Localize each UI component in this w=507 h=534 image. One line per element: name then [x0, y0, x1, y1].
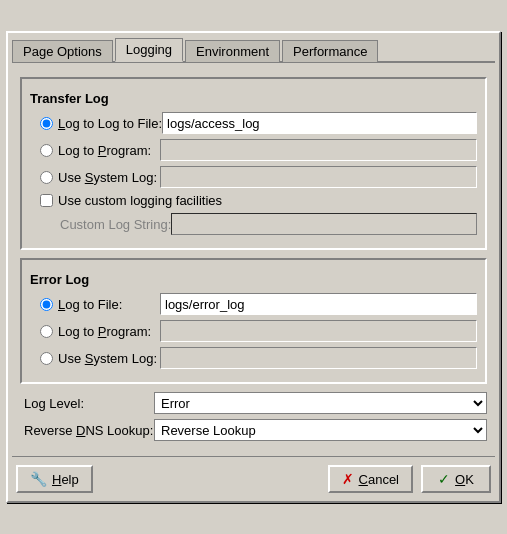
- error-use-system-log-row: Use System Log:: [30, 347, 477, 369]
- transfer-log-to-program-input[interactable]: [160, 139, 477, 161]
- tab-logging[interactable]: Logging: [115, 38, 183, 62]
- cancel-label: Cancel: [359, 472, 399, 487]
- tab-bar: Page Options Logging Environment Perform…: [12, 37, 495, 63]
- error-log-to-program-row: Log to Program:: [30, 320, 477, 342]
- ok-button[interactable]: ✓ OK: [421, 465, 491, 493]
- error-log-section: Error Log Log to File: Log to Program:: [20, 258, 487, 384]
- transfer-use-system-log-input[interactable]: [160, 166, 477, 188]
- transfer-use-system-log-row: Use System Log:: [30, 166, 477, 188]
- error-log-to-file-input[interactable]: [160, 293, 477, 315]
- error-log-to-program-input[interactable]: [160, 320, 477, 342]
- use-custom-logging-checkbox[interactable]: [40, 194, 53, 207]
- use-custom-logging-row: Use custom logging facilities: [30, 193, 477, 208]
- transfer-log-to-file-label[interactable]: Log to Log to File:: [40, 116, 162, 131]
- dns-lookup-row: Reverse DNS Lookup: Reverse Lookup No Lo…: [20, 419, 487, 441]
- transfer-log-to-program-radio[interactable]: [40, 144, 53, 157]
- error-use-system-log-label[interactable]: Use System Log:: [40, 351, 160, 366]
- error-log-to-file-row: Log to File:: [30, 293, 477, 315]
- error-use-system-log-radio[interactable]: [40, 352, 53, 365]
- help-label: Help: [52, 472, 79, 487]
- transfer-log-section: Transfer Log Log to Log to File: Log to …: [20, 77, 487, 250]
- log-level-label: Log Level:: [24, 396, 154, 411]
- error-log-to-file-radio[interactable]: [40, 298, 53, 311]
- error-log-to-program-label[interactable]: Log to Program:: [40, 324, 160, 339]
- tab-performance[interactable]: Performance: [282, 40, 378, 62]
- log-level-select[interactable]: Error Warning Notice Debug: [154, 392, 487, 414]
- cancel-button[interactable]: ✗ Cancel: [328, 465, 413, 493]
- cancel-icon: ✗: [342, 471, 354, 487]
- help-icon: 🔧: [30, 471, 47, 487]
- transfer-use-system-log-label[interactable]: Use System Log:: [40, 170, 160, 185]
- custom-log-string-row: Custom Log String:: [30, 213, 477, 235]
- button-bar: 🔧 Help ✗ Cancel ✓ OK: [12, 456, 495, 497]
- error-use-system-log-input[interactable]: [160, 347, 477, 369]
- dns-lookup-select[interactable]: Reverse Lookup No Lookup Double Lookup: [154, 419, 487, 441]
- transfer-log-title: Transfer Log: [30, 91, 477, 106]
- transfer-log-to-program-label[interactable]: Log to Program:: [40, 143, 160, 158]
- error-log-to-program-radio[interactable]: [40, 325, 53, 338]
- transfer-log-to-file-radio[interactable]: [40, 117, 53, 130]
- custom-log-string-label: Custom Log String:: [40, 217, 171, 232]
- tab-content: Transfer Log Log to Log to File: Log to …: [12, 71, 495, 452]
- custom-log-string-input[interactable]: [171, 213, 477, 235]
- right-buttons: ✗ Cancel ✓ OK: [328, 465, 491, 493]
- transfer-log-to-program-row: Log to Program:: [30, 139, 477, 161]
- tab-page-options[interactable]: Page Options: [12, 40, 113, 62]
- ok-label: OK: [455, 472, 474, 487]
- help-button[interactable]: 🔧 Help: [16, 465, 93, 493]
- log-level-row: Log Level: Error Warning Notice Debug: [20, 392, 487, 414]
- dns-lookup-label: Reverse DNS Lookup:: [24, 423, 154, 438]
- dialog: Page Options Logging Environment Perform…: [6, 31, 501, 503]
- ok-icon: ✓: [438, 471, 450, 487]
- transfer-use-system-log-radio[interactable]: [40, 171, 53, 184]
- error-log-title: Error Log: [30, 272, 477, 287]
- tab-environment[interactable]: Environment: [185, 40, 280, 62]
- transfer-log-to-file-row: Log to Log to File:: [30, 112, 477, 134]
- use-custom-logging-label[interactable]: Use custom logging facilities: [58, 193, 222, 208]
- error-log-to-file-label[interactable]: Log to File:: [40, 297, 160, 312]
- transfer-log-to-file-input[interactable]: [162, 112, 477, 134]
